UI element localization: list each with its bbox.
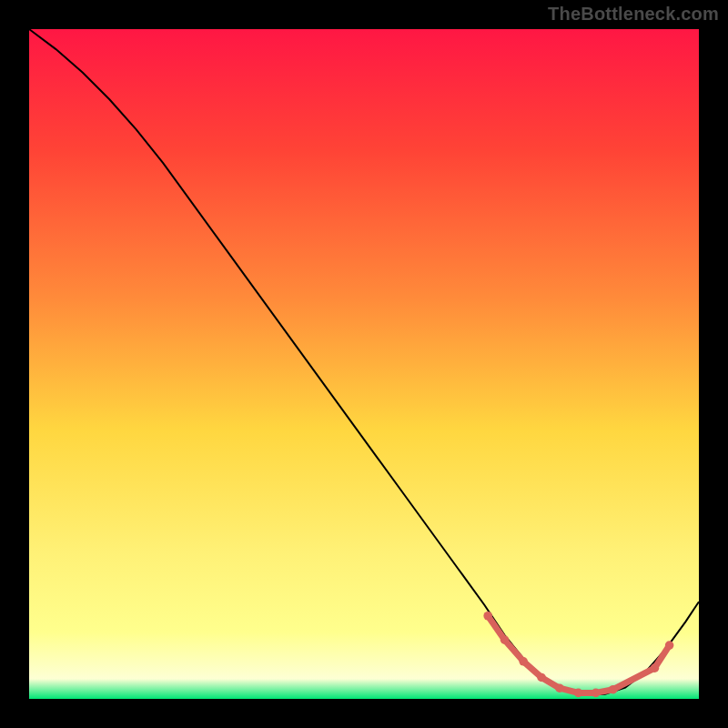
overlay-dot [500,635,510,644]
overlay-dot [555,683,564,693]
overlay-dot [609,685,618,694]
overlay-dot [519,657,528,666]
overlay-dot [537,673,546,682]
plot-svg [0,0,728,728]
overlay-dot [665,641,674,650]
watermark: TheBottleneck.com [548,4,719,25]
chart-canvas: TheBottleneck.com [0,0,728,728]
overlay-dot [592,689,601,698]
overlay-dot [651,663,660,672]
overlay-dot [483,612,492,621]
overlay-dot [574,689,583,698]
plot-background [29,29,699,699]
